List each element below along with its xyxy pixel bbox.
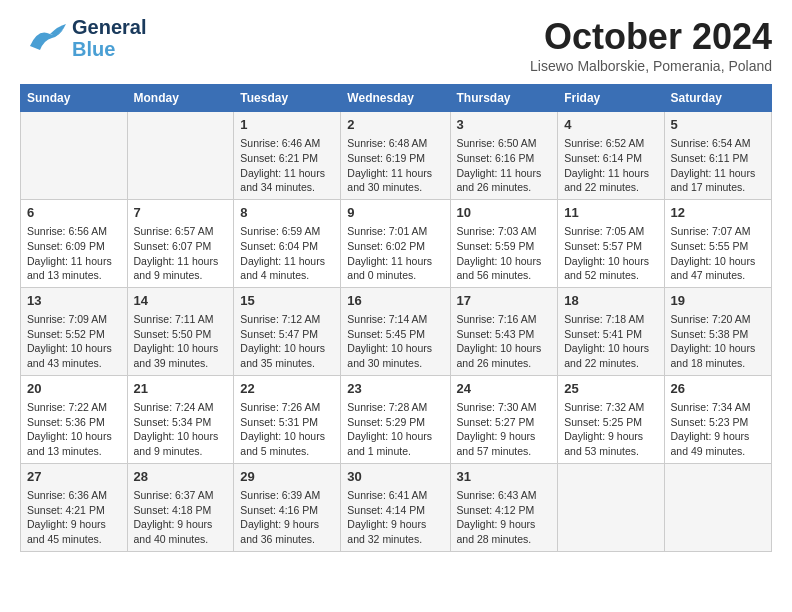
calendar-cell: 6Sunrise: 6:56 AM Sunset: 6:09 PM Daylig… <box>21 199 128 287</box>
weekday-header-saturday: Saturday <box>664 85 771 112</box>
day-info: Sunrise: 7:34 AM Sunset: 5:23 PM Dayligh… <box>671 400 765 459</box>
day-number: 2 <box>347 116 443 134</box>
calendar-cell: 2Sunrise: 6:48 AM Sunset: 6:19 PM Daylig… <box>341 112 450 200</box>
calendar-table: SundayMondayTuesdayWednesdayThursdayFrid… <box>20 84 772 552</box>
day-info: Sunrise: 6:59 AM Sunset: 6:04 PM Dayligh… <box>240 224 334 283</box>
day-info: Sunrise: 7:01 AM Sunset: 6:02 PM Dayligh… <box>347 224 443 283</box>
weekday-header-sunday: Sunday <box>21 85 128 112</box>
calendar-cell: 24Sunrise: 7:30 AM Sunset: 5:27 PM Dayli… <box>450 375 558 463</box>
calendar-cell: 16Sunrise: 7:14 AM Sunset: 5:45 PM Dayli… <box>341 287 450 375</box>
day-info: Sunrise: 6:52 AM Sunset: 6:14 PM Dayligh… <box>564 136 657 195</box>
logo-icon <box>20 18 68 58</box>
day-info: Sunrise: 7:09 AM Sunset: 5:52 PM Dayligh… <box>27 312 121 371</box>
location-title: Lisewo Malborskie, Pomerania, Poland <box>530 58 772 74</box>
day-number: 6 <box>27 204 121 222</box>
day-info: Sunrise: 6:46 AM Sunset: 6:21 PM Dayligh… <box>240 136 334 195</box>
day-number: 11 <box>564 204 657 222</box>
calendar-cell: 15Sunrise: 7:12 AM Sunset: 5:47 PM Dayli… <box>234 287 341 375</box>
day-info: Sunrise: 6:57 AM Sunset: 6:07 PM Dayligh… <box>134 224 228 283</box>
day-info: Sunrise: 6:56 AM Sunset: 6:09 PM Dayligh… <box>27 224 121 283</box>
calendar-week-row: 6Sunrise: 6:56 AM Sunset: 6:09 PM Daylig… <box>21 199 772 287</box>
day-number: 7 <box>134 204 228 222</box>
day-info: Sunrise: 7:24 AM Sunset: 5:34 PM Dayligh… <box>134 400 228 459</box>
calendar-cell: 30Sunrise: 6:41 AM Sunset: 4:14 PM Dayli… <box>341 463 450 551</box>
day-info: Sunrise: 6:50 AM Sunset: 6:16 PM Dayligh… <box>457 136 552 195</box>
day-number: 20 <box>27 380 121 398</box>
calendar-cell: 17Sunrise: 7:16 AM Sunset: 5:43 PM Dayli… <box>450 287 558 375</box>
day-number: 29 <box>240 468 334 486</box>
weekday-header-monday: Monday <box>127 85 234 112</box>
day-info: Sunrise: 6:39 AM Sunset: 4:16 PM Dayligh… <box>240 488 334 547</box>
day-number: 13 <box>27 292 121 310</box>
day-info: Sunrise: 7:11 AM Sunset: 5:50 PM Dayligh… <box>134 312 228 371</box>
day-number: 12 <box>671 204 765 222</box>
day-number: 31 <box>457 468 552 486</box>
day-info: Sunrise: 7:22 AM Sunset: 5:36 PM Dayligh… <box>27 400 121 459</box>
calendar-week-row: 20Sunrise: 7:22 AM Sunset: 5:36 PM Dayli… <box>21 375 772 463</box>
day-number: 28 <box>134 468 228 486</box>
calendar-cell: 27Sunrise: 6:36 AM Sunset: 4:21 PM Dayli… <box>21 463 128 551</box>
calendar-cell <box>21 112 128 200</box>
weekday-header-friday: Friday <box>558 85 664 112</box>
calendar-cell: 23Sunrise: 7:28 AM Sunset: 5:29 PM Dayli… <box>341 375 450 463</box>
day-number: 14 <box>134 292 228 310</box>
day-number: 25 <box>564 380 657 398</box>
calendar-week-row: 13Sunrise: 7:09 AM Sunset: 5:52 PM Dayli… <box>21 287 772 375</box>
day-info: Sunrise: 7:05 AM Sunset: 5:57 PM Dayligh… <box>564 224 657 283</box>
calendar-cell <box>127 112 234 200</box>
calendar-cell: 31Sunrise: 6:43 AM Sunset: 4:12 PM Dayli… <box>450 463 558 551</box>
calendar-cell: 28Sunrise: 6:37 AM Sunset: 4:18 PM Dayli… <box>127 463 234 551</box>
day-info: Sunrise: 7:14 AM Sunset: 5:45 PM Dayligh… <box>347 312 443 371</box>
calendar-cell: 22Sunrise: 7:26 AM Sunset: 5:31 PM Dayli… <box>234 375 341 463</box>
day-info: Sunrise: 7:28 AM Sunset: 5:29 PM Dayligh… <box>347 400 443 459</box>
calendar-week-row: 27Sunrise: 6:36 AM Sunset: 4:21 PM Dayli… <box>21 463 772 551</box>
day-number: 10 <box>457 204 552 222</box>
day-info: Sunrise: 6:43 AM Sunset: 4:12 PM Dayligh… <box>457 488 552 547</box>
page-header: General Blue October 2024 Lisewo Malbors… <box>20 16 772 74</box>
weekday-header-wednesday: Wednesday <box>341 85 450 112</box>
calendar-week-row: 1Sunrise: 6:46 AM Sunset: 6:21 PM Daylig… <box>21 112 772 200</box>
calendar-cell: 18Sunrise: 7:18 AM Sunset: 5:41 PM Dayli… <box>558 287 664 375</box>
calendar-cell: 7Sunrise: 6:57 AM Sunset: 6:07 PM Daylig… <box>127 199 234 287</box>
day-info: Sunrise: 6:54 AM Sunset: 6:11 PM Dayligh… <box>671 136 765 195</box>
calendar-cell: 12Sunrise: 7:07 AM Sunset: 5:55 PM Dayli… <box>664 199 771 287</box>
day-number: 26 <box>671 380 765 398</box>
day-info: Sunrise: 7:12 AM Sunset: 5:47 PM Dayligh… <box>240 312 334 371</box>
day-number: 15 <box>240 292 334 310</box>
day-number: 3 <box>457 116 552 134</box>
day-number: 9 <box>347 204 443 222</box>
day-number: 27 <box>27 468 121 486</box>
day-info: Sunrise: 7:26 AM Sunset: 5:31 PM Dayligh… <box>240 400 334 459</box>
day-number: 21 <box>134 380 228 398</box>
day-info: Sunrise: 7:16 AM Sunset: 5:43 PM Dayligh… <box>457 312 552 371</box>
day-info: Sunrise: 7:20 AM Sunset: 5:38 PM Dayligh… <box>671 312 765 371</box>
day-number: 1 <box>240 116 334 134</box>
day-info: Sunrise: 7:32 AM Sunset: 5:25 PM Dayligh… <box>564 400 657 459</box>
day-number: 19 <box>671 292 765 310</box>
calendar-cell: 8Sunrise: 6:59 AM Sunset: 6:04 PM Daylig… <box>234 199 341 287</box>
calendar-cell: 9Sunrise: 7:01 AM Sunset: 6:02 PM Daylig… <box>341 199 450 287</box>
weekday-header-tuesday: Tuesday <box>234 85 341 112</box>
calendar-cell: 19Sunrise: 7:20 AM Sunset: 5:38 PM Dayli… <box>664 287 771 375</box>
calendar-cell: 21Sunrise: 7:24 AM Sunset: 5:34 PM Dayli… <box>127 375 234 463</box>
calendar-cell: 20Sunrise: 7:22 AM Sunset: 5:36 PM Dayli… <box>21 375 128 463</box>
calendar-cell: 4Sunrise: 6:52 AM Sunset: 6:14 PM Daylig… <box>558 112 664 200</box>
day-info: Sunrise: 6:37 AM Sunset: 4:18 PM Dayligh… <box>134 488 228 547</box>
day-number: 18 <box>564 292 657 310</box>
calendar-cell: 1Sunrise: 6:46 AM Sunset: 6:21 PM Daylig… <box>234 112 341 200</box>
calendar-cell: 10Sunrise: 7:03 AM Sunset: 5:59 PM Dayli… <box>450 199 558 287</box>
calendar-cell: 14Sunrise: 7:11 AM Sunset: 5:50 PM Dayli… <box>127 287 234 375</box>
day-info: Sunrise: 7:03 AM Sunset: 5:59 PM Dayligh… <box>457 224 552 283</box>
day-info: Sunrise: 7:30 AM Sunset: 5:27 PM Dayligh… <box>457 400 552 459</box>
logo-general-text: General <box>72 16 146 38</box>
month-title: October 2024 <box>530 16 772 58</box>
day-info: Sunrise: 6:36 AM Sunset: 4:21 PM Dayligh… <box>27 488 121 547</box>
day-number: 24 <box>457 380 552 398</box>
calendar-cell: 26Sunrise: 7:34 AM Sunset: 5:23 PM Dayli… <box>664 375 771 463</box>
calendar-cell: 5Sunrise: 6:54 AM Sunset: 6:11 PM Daylig… <box>664 112 771 200</box>
calendar-cell: 11Sunrise: 7:05 AM Sunset: 5:57 PM Dayli… <box>558 199 664 287</box>
day-number: 22 <box>240 380 334 398</box>
logo-blue-text: Blue <box>72 38 146 60</box>
day-info: Sunrise: 7:07 AM Sunset: 5:55 PM Dayligh… <box>671 224 765 283</box>
title-section: October 2024 Lisewo Malborskie, Pomerani… <box>530 16 772 74</box>
